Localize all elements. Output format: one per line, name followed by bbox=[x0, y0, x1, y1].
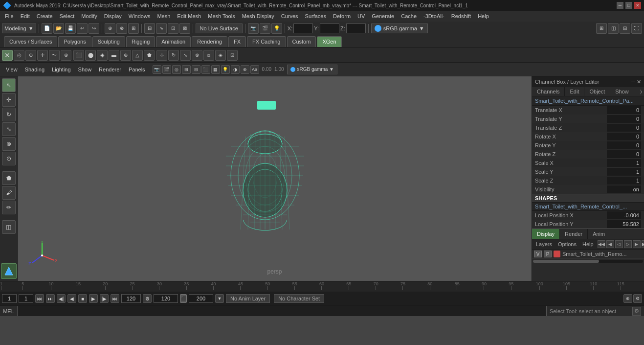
transport-back[interactable]: ◀| bbox=[57, 294, 66, 303]
tab-curves-surfaces[interactable]: Curves / Surfaces bbox=[4, 36, 57, 47]
translate-y-value[interactable] bbox=[607, 115, 641, 123]
vp-wireframe-button[interactable]: ⊟ bbox=[192, 65, 200, 74]
vp-camera-button[interactable]: 📷 bbox=[153, 65, 161, 74]
transport-step-fwd[interactable]: |▶ bbox=[100, 294, 109, 303]
layer-prev-button[interactable]: ◀ bbox=[606, 240, 614, 248]
rotate-y-value[interactable] bbox=[607, 141, 641, 149]
range-start-input[interactable] bbox=[19, 294, 33, 303]
component-button[interactable]: ◎ bbox=[14, 50, 24, 61]
tab-display[interactable]: Display bbox=[532, 229, 560, 239]
channel-box-close[interactable]: ✕ bbox=[637, 79, 641, 85]
rotate-mode-button[interactable]: ↻ bbox=[2, 108, 16, 121]
translate-z-value[interactable] bbox=[607, 124, 641, 132]
tab-xgen[interactable]: XGen bbox=[317, 36, 341, 47]
z-input[interactable] bbox=[346, 23, 366, 33]
move-mode-button[interactable]: ✛ bbox=[2, 93, 16, 107]
status-settings-icon[interactable]: ⚙ bbox=[632, 307, 641, 316]
tab-custom[interactable]: Custom bbox=[287, 36, 316, 47]
tab-rigging[interactable]: Rigging bbox=[126, 36, 155, 47]
save-file-button[interactable]: 💾 bbox=[65, 23, 76, 34]
soft-select-button[interactable]: ⊛ bbox=[61, 50, 71, 61]
scale-y-value[interactable] bbox=[607, 168, 641, 176]
poly-disk-button[interactable]: ⬟ bbox=[144, 50, 155, 61]
tab-object[interactable]: Object bbox=[584, 87, 610, 96]
vp-dof-button[interactable]: ⊕ bbox=[241, 65, 249, 74]
vp-aa-button[interactable]: Aa bbox=[250, 65, 259, 74]
vp-light-button[interactable]: 💡 bbox=[221, 65, 230, 74]
layer-visibility-toggle[interactable]: V bbox=[534, 251, 542, 257]
menu-display[interactable]: Display bbox=[101, 12, 125, 20]
playback-max-option[interactable]: ▼ bbox=[215, 294, 224, 303]
tab-channels[interactable]: Channels bbox=[532, 87, 565, 96]
scale-mode-button[interactable]: ⤡ bbox=[2, 122, 16, 136]
tab-fx[interactable]: FX bbox=[228, 36, 246, 47]
bevel-button[interactable]: ◈ bbox=[215, 50, 226, 61]
paint-effects-button[interactable]: 🖌 bbox=[2, 186, 16, 200]
anim-options-2[interactable]: ⚙ bbox=[633, 294, 642, 303]
shading-menu[interactable]: Shading bbox=[22, 66, 47, 73]
layer-next-button[interactable]: ▶ bbox=[633, 240, 641, 248]
grid-snap-button[interactable]: ⊟ bbox=[144, 23, 155, 34]
poly-torus-button[interactable]: ⊕ bbox=[120, 50, 131, 61]
menu-help[interactable]: Help bbox=[475, 12, 492, 20]
layer-step-back-button[interactable]: ◁ bbox=[615, 240, 623, 248]
poly-cone-button[interactable]: △ bbox=[132, 50, 143, 61]
tab-sculpting[interactable]: Sculpting bbox=[92, 36, 125, 47]
menu-create[interactable]: Create bbox=[34, 12, 56, 20]
playback-options-button[interactable]: ⚙ bbox=[143, 294, 152, 303]
vp-render-button[interactable]: 🎬 bbox=[162, 65, 171, 74]
rotate-z-value[interactable] bbox=[607, 150, 641, 158]
curve-snap-button[interactable]: ∿ bbox=[156, 23, 167, 34]
mel-command-input[interactable] bbox=[18, 306, 546, 316]
rotate-tool-button[interactable]: ↻ bbox=[168, 50, 179, 61]
local-pos-x-value[interactable] bbox=[607, 211, 641, 219]
renderer-menu[interactable]: Renderer bbox=[96, 66, 124, 73]
menu-mesh[interactable]: Mesh bbox=[154, 12, 173, 20]
menu-file[interactable]: File bbox=[2, 12, 17, 20]
current-frame-input[interactable] bbox=[2, 294, 17, 303]
layer-playback-toggle[interactable]: P bbox=[544, 251, 552, 257]
tab-polygons[interactable]: Polygons bbox=[58, 36, 91, 47]
menu-edit-mesh[interactable]: Edit Mesh bbox=[174, 12, 204, 20]
show-menu[interactable]: Show bbox=[75, 66, 95, 73]
tab-rendering[interactable]: Rendering bbox=[192, 36, 227, 47]
tab-anim[interactable]: Anim bbox=[588, 229, 610, 239]
lighting-menu[interactable]: Lighting bbox=[49, 66, 74, 73]
grid-toggle-button[interactable]: ⊞ bbox=[596, 23, 607, 34]
help-menu[interactable]: Help bbox=[580, 241, 596, 248]
options-menu[interactable]: Options bbox=[556, 241, 578, 248]
menu-modify[interactable]: Modify bbox=[78, 12, 100, 20]
panel-toggle-button[interactable]: ⊟ bbox=[620, 23, 630, 34]
tab-edit[interactable]: Edit bbox=[565, 87, 584, 96]
menu-mesh-tools[interactable]: Mesh Tools bbox=[205, 12, 238, 20]
layers-menu[interactable]: Layers bbox=[534, 241, 554, 248]
transport-stop[interactable]: ■ bbox=[78, 294, 87, 303]
transport-go-end[interactable]: ⏭ bbox=[111, 294, 119, 303]
poly-plane-button[interactable]: ▬ bbox=[109, 50, 119, 61]
lasso-button[interactable]: ⊗ bbox=[116, 23, 127, 34]
local-pos-y-value[interactable] bbox=[607, 220, 641, 228]
select-mode-button[interactable]: ↖ bbox=[2, 78, 16, 92]
transport-step-back[interactable]: ⏭ bbox=[46, 294, 55, 303]
vp-shadow-button[interactable]: ◑ bbox=[231, 65, 240, 74]
range-slider[interactable]: ⬛ bbox=[180, 294, 187, 303]
y-input[interactable] bbox=[320, 23, 339, 33]
tab-fx-caching[interactable]: FX Caching bbox=[247, 36, 286, 47]
vp-texture-button[interactable]: ▦ bbox=[211, 65, 220, 74]
timeline-ruler[interactable]: 1510152025303540455055606570758085909510… bbox=[0, 281, 644, 292]
tab-render[interactable]: Render bbox=[560, 229, 588, 239]
bridge-button[interactable]: ⊡ bbox=[227, 50, 238, 61]
menu-redshift[interactable]: Redshift bbox=[448, 12, 474, 20]
layer-step-fwd-button[interactable]: ▷ bbox=[624, 240, 632, 248]
tab-animation[interactable]: Animation bbox=[156, 36, 191, 47]
poly-cube-button[interactable]: ⬛ bbox=[73, 50, 84, 61]
point-snap-button[interactable]: ⊡ bbox=[168, 23, 178, 34]
mode-selector[interactable]: Modeling ▼ bbox=[2, 23, 36, 33]
transport-play[interactable]: ▶ bbox=[89, 294, 98, 303]
render-button[interactable]: 🎬 bbox=[260, 23, 270, 34]
surface-snap-button[interactable]: ⊠ bbox=[179, 23, 190, 34]
open-file-button[interactable]: 📂 bbox=[53, 23, 64, 34]
vp-solid-button[interactable]: ⬛ bbox=[201, 65, 210, 74]
menu-edit[interactable]: Edit bbox=[18, 12, 33, 20]
x-input[interactable] bbox=[293, 23, 313, 33]
